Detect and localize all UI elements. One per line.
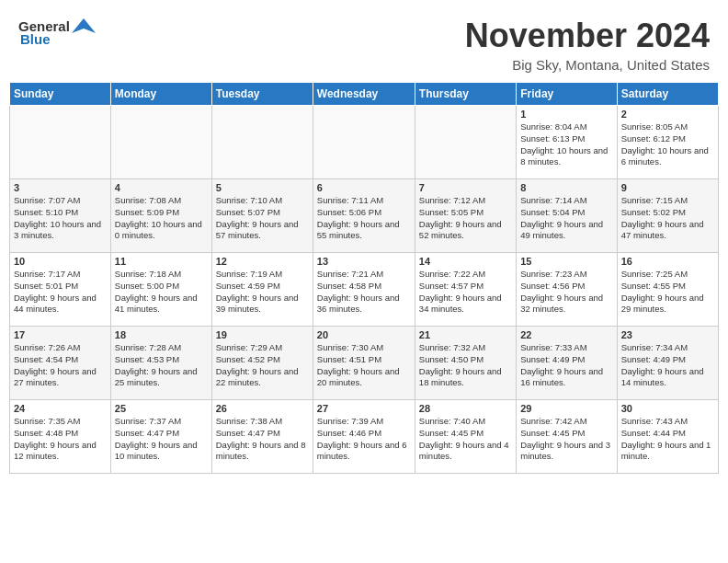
day-number: 7 bbox=[419, 182, 512, 193]
title-area: November 2024 Big Sky, Montana, United S… bbox=[465, 17, 710, 73]
column-header-thursday: Thursday bbox=[415, 83, 516, 106]
day-number: 20 bbox=[317, 329, 411, 340]
day-info: Sunrise: 7:26 AM Sunset: 4:54 PM Dayligh… bbox=[14, 342, 107, 389]
calendar-cell: 14Sunrise: 7:22 AM Sunset: 4:57 PM Dayli… bbox=[415, 253, 516, 327]
calendar-cell: 8Sunrise: 7:14 AM Sunset: 5:04 PM Daylig… bbox=[517, 179, 617, 253]
day-number: 21 bbox=[419, 329, 512, 340]
location: Big Sky, Montana, United States bbox=[465, 57, 710, 73]
day-info: Sunrise: 7:33 AM Sunset: 4:49 PM Dayligh… bbox=[520, 342, 612, 389]
day-info: Sunrise: 7:22 AM Sunset: 4:57 PM Dayligh… bbox=[419, 269, 512, 316]
day-info: Sunrise: 7:30 AM Sunset: 4:51 PM Dayligh… bbox=[317, 342, 411, 389]
column-header-saturday: Saturday bbox=[617, 83, 718, 106]
day-info: Sunrise: 7:12 AM Sunset: 5:05 PM Dayligh… bbox=[419, 195, 512, 242]
calendar-cell: 17Sunrise: 7:26 AM Sunset: 4:54 PM Dayli… bbox=[10, 327, 111, 400]
calendar-cell: 11Sunrise: 7:18 AM Sunset: 5:00 PM Dayli… bbox=[110, 253, 211, 327]
day-info: Sunrise: 7:28 AM Sunset: 4:53 PM Dayligh… bbox=[115, 342, 208, 389]
day-info: Sunrise: 7:32 AM Sunset: 4:50 PM Dayligh… bbox=[419, 342, 512, 389]
calendar-cell: 1Sunrise: 8:04 AM Sunset: 6:13 PM Daylig… bbox=[517, 106, 617, 179]
calendar-container: SundayMondayTuesdayWednesdayThursdayFrid… bbox=[0, 82, 728, 481]
calendar-cell bbox=[313, 106, 415, 179]
logo: General Blue bbox=[18, 17, 96, 47]
day-number: 23 bbox=[621, 329, 714, 340]
calendar-cell: 27Sunrise: 7:39 AM Sunset: 4:46 PM Dayli… bbox=[313, 400, 415, 474]
day-info: Sunrise: 7:08 AM Sunset: 5:09 PM Dayligh… bbox=[115, 195, 208, 242]
day-number: 15 bbox=[520, 256, 612, 267]
day-number: 29 bbox=[520, 403, 612, 414]
day-number: 27 bbox=[317, 403, 411, 414]
day-number: 19 bbox=[216, 329, 309, 340]
day-number: 17 bbox=[14, 329, 107, 340]
calendar-cell: 21Sunrise: 7:32 AM Sunset: 4:50 PM Dayli… bbox=[415, 327, 516, 400]
day-info: Sunrise: 7:39 AM Sunset: 4:46 PM Dayligh… bbox=[317, 416, 411, 463]
day-number: 28 bbox=[419, 403, 512, 414]
day-number: 16 bbox=[621, 256, 714, 267]
column-header-tuesday: Tuesday bbox=[211, 83, 313, 106]
day-info: Sunrise: 7:10 AM Sunset: 5:07 PM Dayligh… bbox=[216, 195, 309, 242]
calendar-cell: 4Sunrise: 7:08 AM Sunset: 5:09 PM Daylig… bbox=[110, 179, 211, 253]
calendar-cell: 25Sunrise: 7:37 AM Sunset: 4:47 PM Dayli… bbox=[110, 400, 211, 474]
calendar-cell bbox=[211, 106, 313, 179]
calendar-cell: 20Sunrise: 7:30 AM Sunset: 4:51 PM Dayli… bbox=[313, 327, 415, 400]
day-number: 22 bbox=[520, 329, 612, 340]
day-info: Sunrise: 7:38 AM Sunset: 4:47 PM Dayligh… bbox=[216, 416, 309, 463]
calendar-cell: 12Sunrise: 7:19 AM Sunset: 4:59 PM Dayli… bbox=[211, 253, 313, 327]
calendar-cell: 23Sunrise: 7:34 AM Sunset: 4:49 PM Dayli… bbox=[617, 327, 718, 400]
logo-blue-text: Blue bbox=[20, 31, 51, 47]
day-info: Sunrise: 7:11 AM Sunset: 5:06 PM Dayligh… bbox=[317, 195, 411, 242]
day-info: Sunrise: 8:04 AM Sunset: 6:13 PM Dayligh… bbox=[520, 121, 612, 168]
svg-marker-0 bbox=[72, 18, 96, 33]
column-header-wednesday: Wednesday bbox=[313, 83, 415, 106]
day-info: Sunrise: 8:05 AM Sunset: 6:12 PM Dayligh… bbox=[621, 121, 714, 168]
day-info: Sunrise: 7:18 AM Sunset: 5:00 PM Dayligh… bbox=[115, 269, 208, 316]
day-info: Sunrise: 7:40 AM Sunset: 4:45 PM Dayligh… bbox=[419, 416, 512, 463]
column-header-sunday: Sunday bbox=[10, 83, 111, 106]
calendar-cell: 19Sunrise: 7:29 AM Sunset: 4:52 PM Dayli… bbox=[211, 327, 313, 400]
day-info: Sunrise: 7:25 AM Sunset: 4:55 PM Dayligh… bbox=[621, 269, 714, 316]
day-number: 25 bbox=[115, 403, 208, 414]
calendar-cell: 6Sunrise: 7:11 AM Sunset: 5:06 PM Daylig… bbox=[313, 179, 415, 253]
calendar-cell: 22Sunrise: 7:33 AM Sunset: 4:49 PM Dayli… bbox=[517, 327, 617, 400]
day-info: Sunrise: 7:15 AM Sunset: 5:02 PM Dayligh… bbox=[621, 195, 714, 242]
calendar-cell bbox=[10, 106, 111, 179]
day-number: 4 bbox=[115, 182, 208, 193]
month-title: November 2024 bbox=[465, 17, 710, 55]
calendar-cell: 9Sunrise: 7:15 AM Sunset: 5:02 PM Daylig… bbox=[617, 179, 718, 253]
calendar-cell: 3Sunrise: 7:07 AM Sunset: 5:10 PM Daylig… bbox=[10, 179, 111, 253]
calendar-cell bbox=[415, 106, 516, 179]
calendar-cell: 13Sunrise: 7:21 AM Sunset: 4:58 PM Dayli… bbox=[313, 253, 415, 327]
day-number: 30 bbox=[621, 403, 714, 414]
calendar-cell: 26Sunrise: 7:38 AM Sunset: 4:47 PM Dayli… bbox=[211, 400, 313, 474]
calendar-cell: 2Sunrise: 8:05 AM Sunset: 6:12 PM Daylig… bbox=[617, 106, 718, 179]
day-number: 2 bbox=[621, 109, 714, 120]
calendar-table: SundayMondayTuesdayWednesdayThursdayFrid… bbox=[9, 82, 719, 474]
day-number: 6 bbox=[317, 182, 411, 193]
day-number: 8 bbox=[520, 182, 612, 193]
day-info: Sunrise: 7:07 AM Sunset: 5:10 PM Dayligh… bbox=[14, 195, 107, 242]
calendar-cell: 7Sunrise: 7:12 AM Sunset: 5:05 PM Daylig… bbox=[415, 179, 516, 253]
day-info: Sunrise: 7:14 AM Sunset: 5:04 PM Dayligh… bbox=[520, 195, 612, 242]
day-number: 13 bbox=[317, 256, 411, 267]
column-header-monday: Monday bbox=[110, 83, 211, 106]
day-number: 12 bbox=[216, 256, 309, 267]
calendar-cell: 30Sunrise: 7:43 AM Sunset: 4:44 PM Dayli… bbox=[617, 400, 718, 474]
day-info: Sunrise: 7:43 AM Sunset: 4:44 PM Dayligh… bbox=[621, 416, 714, 463]
calendar-cell: 5Sunrise: 7:10 AM Sunset: 5:07 PM Daylig… bbox=[211, 179, 313, 253]
day-number: 18 bbox=[115, 329, 208, 340]
logo-bird-icon bbox=[72, 17, 96, 35]
calendar-cell: 28Sunrise: 7:40 AM Sunset: 4:45 PM Dayli… bbox=[415, 400, 516, 474]
day-info: Sunrise: 7:23 AM Sunset: 4:56 PM Dayligh… bbox=[520, 269, 612, 316]
calendar-cell: 18Sunrise: 7:28 AM Sunset: 4:53 PM Dayli… bbox=[110, 327, 211, 400]
day-number: 11 bbox=[115, 256, 208, 267]
calendar-cell: 15Sunrise: 7:23 AM Sunset: 4:56 PM Dayli… bbox=[517, 253, 617, 327]
calendar-cell: 16Sunrise: 7:25 AM Sunset: 4:55 PM Dayli… bbox=[617, 253, 718, 327]
day-info: Sunrise: 7:21 AM Sunset: 4:58 PM Dayligh… bbox=[317, 269, 411, 316]
day-number: 10 bbox=[14, 256, 107, 267]
day-number: 1 bbox=[520, 109, 612, 120]
day-number: 5 bbox=[216, 182, 309, 193]
day-number: 3 bbox=[14, 182, 107, 193]
day-info: Sunrise: 7:42 AM Sunset: 4:45 PM Dayligh… bbox=[520, 416, 612, 463]
calendar-cell: 24Sunrise: 7:35 AM Sunset: 4:48 PM Dayli… bbox=[10, 400, 111, 474]
column-header-friday: Friday bbox=[517, 83, 617, 106]
day-number: 24 bbox=[14, 403, 107, 414]
calendar-cell: 10Sunrise: 7:17 AM Sunset: 5:01 PM Dayli… bbox=[10, 253, 111, 327]
